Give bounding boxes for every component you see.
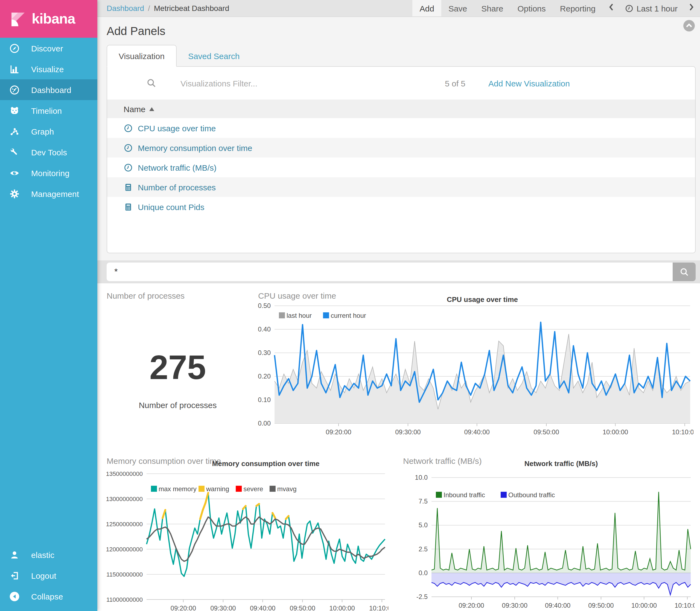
svg-text:-2.5: -2.5 xyxy=(416,593,428,600)
tab-saved-search[interactable]: Saved Search xyxy=(177,45,251,67)
add-menu-button[interactable]: Add xyxy=(413,0,441,16)
svg-text:0.00: 0.00 xyxy=(258,419,271,427)
svg-text:09:30:00: 09:30:00 xyxy=(502,602,528,609)
sidebar-item-visualize[interactable]: Visualize xyxy=(0,59,97,79)
sidebar-item-management[interactable]: Management xyxy=(0,183,97,204)
svg-text:mvavg: mvavg xyxy=(277,485,297,493)
clock-icon xyxy=(124,163,133,172)
calculator-icon xyxy=(124,182,133,192)
svg-text:10.0: 10.0 xyxy=(415,474,428,481)
svg-text:severe: severe xyxy=(243,485,263,493)
wrench-icon xyxy=(7,147,21,157)
main-content: Dashboard / Metricbeat Dashboard Add Sav… xyxy=(97,0,700,611)
svg-text:0.30: 0.30 xyxy=(258,349,271,356)
svg-text:09:50:00: 09:50:00 xyxy=(588,602,613,609)
visualization-list-panel: 5 of 5 Add New Visualization Name CPU us… xyxy=(107,66,696,253)
table-header-name[interactable]: Name xyxy=(107,100,695,118)
gauge-icon xyxy=(7,85,21,95)
svg-text:13500000000: 13500000000 xyxy=(106,471,143,477)
add-panels-section: Add Panels Visualization Saved Search 5 … xyxy=(97,17,700,251)
time-range-label: Last 1 hour xyxy=(637,3,678,13)
list-item[interactable]: CPU usage over time xyxy=(107,118,695,138)
visualization-list: CPU usage over time Memory consumption o… xyxy=(107,118,695,217)
visualization-link[interactable]: Number of processes xyxy=(138,182,216,192)
calculator-icon xyxy=(124,202,133,211)
breadcrumb-dashboard-link[interactable]: Dashboard xyxy=(107,4,144,13)
chevron-up-circle-icon xyxy=(683,24,695,33)
time-forward-button[interactable] xyxy=(683,0,700,16)
visualization-link[interactable]: Memory consumption over time xyxy=(138,143,253,152)
page-title: Add Panels xyxy=(107,17,696,45)
options-menu-button[interactable]: Options xyxy=(510,0,553,16)
share-menu-button[interactable]: Share xyxy=(474,0,510,16)
svg-text:10:10:00: 10:10:00 xyxy=(674,602,695,609)
kibana-logo-icon xyxy=(10,11,26,27)
svg-text:0.0: 0.0 xyxy=(419,569,428,577)
query-search-button[interactable] xyxy=(673,263,696,281)
svg-text:10:10:00: 10:10:00 xyxy=(369,605,388,611)
kibana-app: kibana Discover Visualize Dashboard xyxy=(0,0,700,611)
list-item[interactable]: Unique count Pids xyxy=(107,197,695,217)
time-picker[interactable]: Last 1 hour xyxy=(620,0,683,16)
gear-icon xyxy=(7,189,21,199)
graph-nodes-icon xyxy=(7,126,21,136)
svg-text:Memory consumption over time: Memory consumption over time xyxy=(212,460,320,468)
sidebar-item-discover[interactable]: Discover xyxy=(0,38,97,59)
logout-icon xyxy=(7,570,21,581)
svg-text:09:50:00: 09:50:00 xyxy=(533,428,559,436)
time-back-button[interactable] xyxy=(603,0,620,16)
save-menu-button[interactable]: Save xyxy=(441,0,474,16)
visualization-link[interactable]: CPU usage over time xyxy=(138,123,216,133)
breadcrumb: Dashboard / Metricbeat Dashboard xyxy=(97,0,413,16)
svg-text:0.20: 0.20 xyxy=(258,373,271,380)
list-item[interactable]: Number of processes xyxy=(107,177,695,197)
svg-text:09:40:00: 09:40:00 xyxy=(250,605,275,611)
clock-icon xyxy=(625,4,633,12)
svg-text:7.5: 7.5 xyxy=(419,497,428,505)
logout-button[interactable]: Logout xyxy=(0,565,97,586)
sidebar-item-monitoring[interactable]: Monitoring xyxy=(0,162,97,183)
visualization-link[interactable]: Unique count Pids xyxy=(138,202,204,211)
svg-text:10:00:00: 10:00:00 xyxy=(603,428,628,436)
svg-text:09:30:00: 09:30:00 xyxy=(210,605,236,611)
kibana-logo[interactable]: kibana xyxy=(0,0,97,38)
svg-text:09:20:00: 09:20:00 xyxy=(171,605,196,611)
list-item[interactable]: Network traffic (MB/s) xyxy=(107,158,695,177)
collapse-circle-icon xyxy=(7,591,21,601)
network-traffic-chart: Network traffic (MB/s)10.07.55.02.50.0-2… xyxy=(407,460,695,611)
query-bar xyxy=(97,260,700,283)
svg-text:last hour: last hour xyxy=(287,312,312,319)
reporting-menu-button[interactable]: Reporting xyxy=(553,0,603,16)
svg-text:Network traffic (MB/s): Network traffic (MB/s) xyxy=(524,460,598,468)
dashboard-grid: Number of processes 275 Number of proces… xyxy=(97,283,700,611)
svg-text:10:00:00: 10:00:00 xyxy=(631,602,657,609)
svg-text:current hour: current hour xyxy=(331,312,366,319)
list-item[interactable]: Memory consumption over time xyxy=(107,138,695,158)
panel-title-number-of-processes[interactable]: Number of processes xyxy=(107,291,185,300)
sidebar-item-dev-tools[interactable]: Dev Tools xyxy=(0,142,97,162)
search-icon xyxy=(680,267,689,277)
timelion-icon xyxy=(7,105,21,116)
svg-text:2.5: 2.5 xyxy=(419,545,428,553)
visualizations-filter-input[interactable] xyxy=(181,78,445,88)
top-menu: Add Save Share Options Reporting Last 1 … xyxy=(413,0,700,16)
sort-ascending-icon xyxy=(149,107,154,111)
svg-text:09:20:00: 09:20:00 xyxy=(326,428,351,436)
result-count: 5 of 5 xyxy=(445,78,466,88)
svg-text:10:00:00: 10:00:00 xyxy=(329,605,355,611)
sidebar-item-timelion[interactable]: Timelion xyxy=(0,100,97,121)
svg-text:09:30:00: 09:30:00 xyxy=(395,428,421,436)
tab-visualization[interactable]: Visualization xyxy=(107,45,177,67)
sidebar-item-graph[interactable]: Graph xyxy=(0,121,97,142)
sidebar-item-dashboard[interactable]: Dashboard xyxy=(0,79,97,100)
bar-chart-icon xyxy=(7,64,21,74)
collapse-sidebar-button[interactable]: Collapse xyxy=(0,586,97,607)
query-input[interactable] xyxy=(107,263,673,281)
add-new-visualization-link[interactable]: Add New Visualization xyxy=(488,78,570,88)
collapse-panel-button[interactable] xyxy=(683,20,695,32)
sidebar-footer: elastic Logout Collapse xyxy=(0,544,97,607)
svg-text:Inbound traffic: Inbound traffic xyxy=(443,491,485,498)
add-panels-tabs: Visualization Saved Search xyxy=(107,45,696,67)
visualization-link[interactable]: Network traffic (MB/s) xyxy=(138,163,216,172)
user-menu-elastic[interactable]: elastic xyxy=(0,544,97,565)
